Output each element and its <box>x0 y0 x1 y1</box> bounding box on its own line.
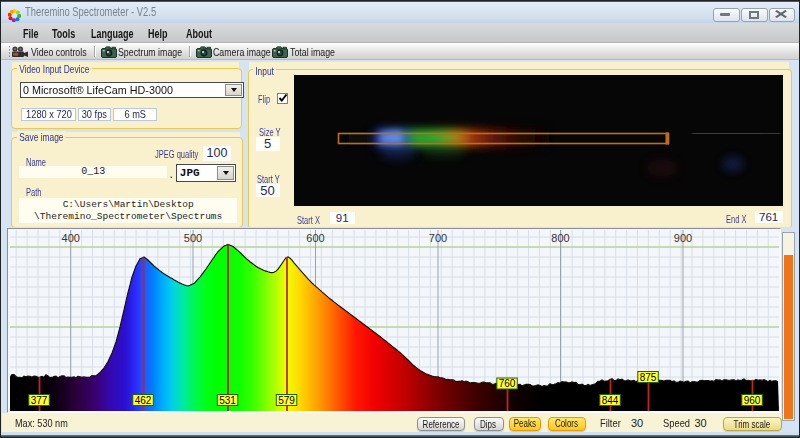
svg-text:875: 875 <box>640 372 657 383</box>
svg-text:844: 844 <box>602 395 619 406</box>
svg-text:377: 377 <box>31 395 48 406</box>
svg-text:760: 760 <box>499 378 516 389</box>
svg-text:531: 531 <box>219 395 236 406</box>
svg-text:700: 700 <box>429 232 447 244</box>
svg-text:960: 960 <box>744 395 761 406</box>
svg-text:800: 800 <box>551 232 569 244</box>
svg-text:579: 579 <box>278 395 295 406</box>
svg-text:900: 900 <box>674 232 692 244</box>
svg-text:500: 500 <box>184 232 202 244</box>
svg-text:400: 400 <box>62 232 80 244</box>
svg-text:600: 600 <box>306 232 324 244</box>
svg-text:462: 462 <box>135 395 152 406</box>
